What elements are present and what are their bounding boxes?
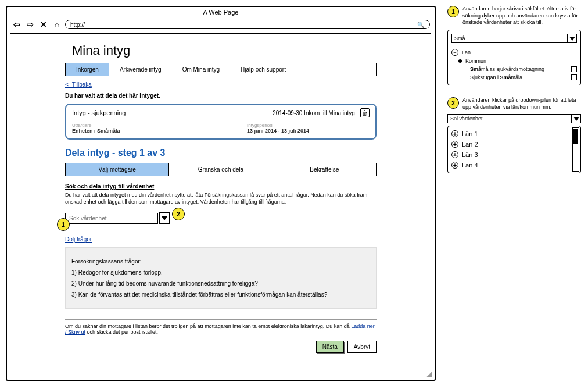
issuer-label: Utfärdare <box>72 123 195 128</box>
checkbox-2[interactable] <box>571 74 577 80</box>
cert-box: Intyg - sjukpenning 2014-09-30 Inkom til… <box>65 104 377 140</box>
annotation-2-block: 2 Användaren klickar på dropdown-pilen f… <box>447 97 581 173</box>
anno-1-panel: Små − Län Kommun Småmålas sjukvårdsmotta… <box>447 30 581 85</box>
questions-title: Försökringskassans frågor: <box>71 258 370 265</box>
cert-title: Intyg - sjukpenning <box>72 109 126 116</box>
plus-icon: + <box>451 151 458 158</box>
list-item[interactable]: + Län 2 <box>450 139 570 149</box>
url-text: http:// <box>70 22 85 28</box>
plus-icon: + <box>451 130 458 137</box>
browser-toolbar: ⇦ ⇨ ✕ ⌂ http:// 🔍 <box>7 17 435 31</box>
search-icon[interactable]: 🔍 <box>417 22 425 28</box>
tree-kommun[interactable]: Kommun <box>451 57 577 65</box>
footer-text: Om du saknar din mottagare i listan bero… <box>65 323 377 335</box>
checkbox-1[interactable] <box>571 66 577 72</box>
tree-item-1[interactable]: Småmålas sjukvårdsmottagning <box>451 65 577 73</box>
step-1[interactable]: Välj mottagare <box>66 163 169 176</box>
search-input[interactable] <box>65 213 158 224</box>
page-title: Mina intyg <box>65 40 377 60</box>
browser-window: A Web Page ⇦ ⇨ ✕ ⌂ http:// 🔍 Mina intyg … <box>6 6 436 381</box>
question-2: 2) Under hur lång tid bedöms nuvarande f… <box>71 280 370 287</box>
tree-lan[interactable]: − Län <box>451 48 577 57</box>
cert-date: 2014-09-30 Inkom till Mina intyg <box>273 110 355 116</box>
list-item[interactable]: + Län 3 <box>450 149 570 160</box>
scrollbar[interactable] <box>572 127 579 172</box>
period-value: 13 juni 2014 - 13 juli 2014 <box>247 128 370 134</box>
search-desc: Du har valt att dela intyget med din vår… <box>65 192 377 205</box>
browser-title: A Web Page <box>7 7 435 17</box>
minus-icon: − <box>451 49 458 56</box>
tab-hjalp[interactable]: Hjälp och support <box>230 63 296 76</box>
search-title: Sök och dela intyg till vårdenhet <box>65 183 377 190</box>
dropdown-arrow[interactable] <box>159 212 170 224</box>
main-tabs: Inkorgen Arkiverade intyg Om Mina intyg … <box>65 63 377 76</box>
anno1-search-input[interactable]: Små <box>451 34 568 43</box>
anno2-list: + Län 1 + Län 2 + Län 3 + Län 4 <box>447 126 581 173</box>
anno2-dropdown-arrow[interactable] <box>572 114 581 123</box>
anno-2-text: Användaren klickar på dropdown-pilen för… <box>462 97 581 110</box>
anno-1-badge: 1 <box>447 6 459 17</box>
tab-om[interactable]: Om Mina intyg <box>172 63 230 76</box>
tree-item-2[interactable]: Sjukstugan i Småmåla <box>451 73 577 81</box>
list-item[interactable]: + Län 1 <box>450 129 570 139</box>
hide-questions-link[interactable]: Dölj frågor <box>65 236 92 243</box>
question-3: 3) Kan de förväntas att det medicinska t… <box>71 291 370 298</box>
anno-1-text: Användaren börjar skriva i sökfältet. Al… <box>462 6 581 26</box>
question-1: 1) Redogör för sjukdomens förlopp. <box>71 269 370 276</box>
cancel-button[interactable]: Avbryt <box>347 341 377 353</box>
anno-2-badge: 2 <box>447 97 459 109</box>
back-icon[interactable]: ⇦ <box>12 20 22 29</box>
url-bar[interactable]: http:// 🔍 <box>65 20 430 29</box>
resize-handle[interactable]: ◢ <box>426 370 432 378</box>
next-button[interactable]: Nästa <box>316 341 344 353</box>
steps-bar: Välj mottagare Granska och dela Bekräfte… <box>65 163 377 176</box>
plus-icon: + <box>451 141 458 148</box>
forward-icon[interactable]: ⇨ <box>25 20 35 29</box>
callout-1: 1 <box>57 218 70 231</box>
questions-box: Försökringskassans frågor: 1) Redogör fö… <box>65 247 377 309</box>
step-2[interactable]: Granska och dela <box>169 163 273 176</box>
step-3[interactable]: Bekräftelse <box>273 163 376 176</box>
period-label: Intygsperiod <box>247 123 370 128</box>
intro-text: Du har valt att dela det här intyget. <box>65 92 377 99</box>
plus-icon: + <box>451 162 458 169</box>
scroll-thumb[interactable] <box>573 129 578 144</box>
step-title: Dela intyg - steg 1 av 3 <box>65 148 377 158</box>
tab-arkiverade[interactable]: Arkiverade intyg <box>109 63 172 76</box>
callout-2: 2 <box>172 208 185 220</box>
issuer-value: Enheten i Småmåla <box>72 128 195 134</box>
back-link[interactable]: <- Tillbaka <box>65 81 92 88</box>
list-item[interactable]: + Län 4 <box>450 160 570 170</box>
home-icon[interactable]: ⌂ <box>52 20 62 29</box>
trash-icon[interactable]: 🗑 <box>360 108 370 117</box>
annotation-1-block: 1 Användaren börjar skriva i sökfältet. … <box>447 6 581 85</box>
anno2-search-input[interactable]: Söl vårdenhet <box>447 114 572 123</box>
dot-icon <box>458 59 462 63</box>
tab-inkorgen[interactable]: Inkorgen <box>66 63 109 76</box>
stop-icon[interactable]: ✕ <box>38 20 49 29</box>
anno1-dropdown-arrow[interactable] <box>568 34 577 43</box>
